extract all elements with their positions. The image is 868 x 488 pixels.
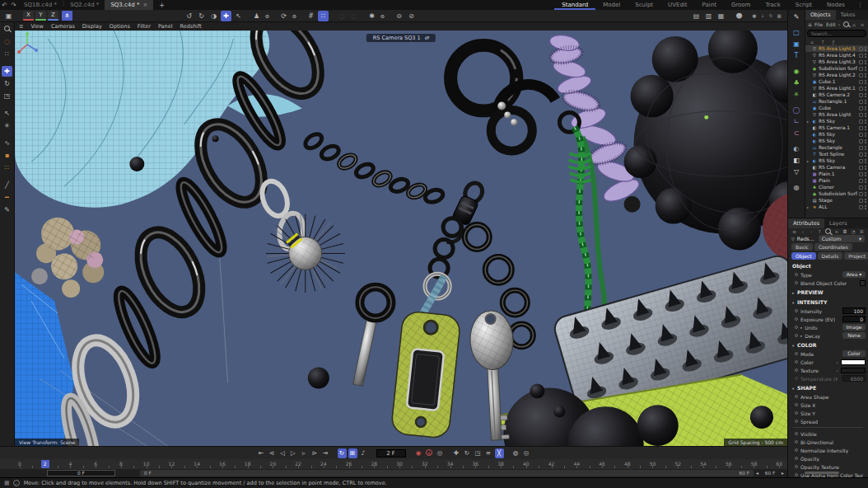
keyframe-dot-icon[interactable] — [795, 273, 798, 276]
object-enable-toggle[interactable] — [859, 60, 863, 64]
keyframe-dot-icon[interactable] — [795, 403, 798, 406]
up-icon[interactable]: ↑ — [817, 228, 823, 235]
stepper-left-icon[interactable]: ◂ — [756, 470, 758, 476]
visibility-dots[interactable] — [865, 126, 866, 130]
lock-icon[interactable]: ◘ — [842, 228, 847, 235]
color-swatch[interactable] — [841, 359, 866, 365]
keyframe-settings-icon[interactable]: ◎ — [436, 448, 445, 458]
object-enable-toggle[interactable] — [859, 120, 863, 124]
visibility-dots[interactable] — [865, 205, 866, 209]
texture-slot[interactable] — [841, 368, 866, 373]
visibility-dots[interactable] — [865, 80, 866, 84]
key-scale-icon[interactable]: ◳ — [474, 448, 483, 458]
visibility-dots[interactable] — [865, 179, 866, 183]
rotate-tool-icon[interactable]: ↻ — [2, 78, 12, 89]
object-menu-icon[interactable]: ≡ — [808, 21, 812, 27]
history-icon[interactable]: ◔ — [851, 228, 856, 235]
keyframe-dot-icon[interactable] — [795, 440, 798, 443]
menu-icon[interactable]: ≡ — [791, 228, 797, 235]
value-button[interactable]: Color — [842, 350, 866, 357]
object-enable-toggle[interactable] — [859, 67, 863, 71]
value-field[interactable]: 0 — [842, 316, 866, 322]
subdivision-surface-icon[interactable]: ◉ — [791, 67, 802, 76]
object-enable-toggle[interactable] — [859, 172, 863, 176]
object-enable-toggle[interactable] — [859, 93, 863, 97]
home-icon[interactable]: ⌂ — [851, 21, 857, 28]
object-enable-toggle[interactable] — [859, 146, 863, 150]
keyframe-dot-icon[interactable] — [795, 360, 798, 364]
keyframe-dot-icon[interactable] — [795, 432, 798, 435]
visibility-dots[interactable] — [865, 93, 866, 97]
object-enable-toggle[interactable] — [859, 87, 863, 91]
environment-icon[interactable]: ◐ — [791, 144, 802, 153]
function-icon[interactable]: ƒ — [830, 39, 837, 45]
object-enable-toggle[interactable] — [859, 106, 863, 110]
expand-icon[interactable]: ▸ — [807, 120, 810, 124]
object-tree-item[interactable]: ◉Subdivision Surface.1 — [805, 65, 868, 72]
value-button[interactable]: Image — [842, 324, 866, 331]
object-enable-toggle[interactable] — [859, 47, 863, 51]
move-tool-icon[interactable]: ✚ — [221, 11, 231, 21]
object-tree-item[interactable]: ▽RS Area Light — [805, 111, 868, 118]
up-icon[interactable]: ↑ — [819, 39, 826, 45]
keyframe-dot-icon[interactable] — [795, 317, 798, 321]
keyframe-dot-icon[interactable] — [795, 281, 798, 284]
visibility-dots[interactable] — [865, 106, 866, 110]
popout-icon[interactable]: ⊞ — [859, 228, 865, 235]
play-icon[interactable]: ▷ — [289, 448, 298, 458]
layout-tab-paint[interactable]: Paint — [695, 0, 724, 10]
axis-gizmo[interactable] — [15, 30, 787, 446]
value-field[interactable]: 100 — [842, 307, 866, 314]
object-enable-toggle[interactable] — [859, 179, 863, 183]
expand-icon[interactable]: ▸ — [800, 326, 802, 330]
keyframe-dot-icon[interactable] — [795, 473, 798, 476]
keyframe-dot-icon[interactable] — [795, 352, 798, 355]
material-icon[interactable]: ◍ — [791, 183, 802, 192]
visibility-dots[interactable] — [865, 185, 866, 190]
visibility-dots[interactable] — [865, 67, 866, 71]
visibility-dots[interactable] — [865, 133, 866, 137]
render-view-icon[interactable]: ▤ — [691, 11, 702, 21]
layout-overflow-icon[interactable]: ⋮ — [852, 0, 868, 10]
cloner-icon[interactable]: ♣ — [791, 78, 802, 87]
attribute-tab-project[interactable]: Project — [844, 252, 868, 260]
visibility-dots[interactable] — [865, 192, 866, 196]
modes-b-icon[interactable]: ◌ — [348, 11, 359, 21]
keyframe-dot-icon[interactable] — [795, 368, 798, 372]
object-tree-item[interactable]: ▤Stage — [805, 197, 868, 204]
visibility-dots[interactable] — [865, 120, 866, 124]
section-header[interactable]: Object — [788, 262, 868, 270]
object-tree-item[interactable]: ▸≡ALL — [805, 204, 868, 210]
animation-palette-icon[interactable]: ⊞ — [348, 448, 357, 458]
keyframe-dot-icon[interactable] — [795, 309, 798, 312]
object-tree-item[interactable]: ◉Subdivision Surface — [805, 190, 868, 197]
object-search-input[interactable] — [807, 30, 866, 37]
download-icon[interactable]: ↓ — [759, 12, 766, 19]
layout-tab-sculpt[interactable]: Sculpt — [628, 0, 660, 10]
render-picture-viewer-icon[interactable]: ▥ — [703, 11, 714, 21]
layout-tab-standard[interactable]: Standard — [554, 0, 595, 10]
object-menu-edit[interactable]: Edit — [826, 21, 836, 27]
object-tree-item[interactable]: ▭Rectangle.1 — [805, 98, 868, 105]
goto-start-icon[interactable]: ⇤ — [257, 448, 266, 458]
object-enable-toggle[interactable] — [859, 152, 863, 157]
object-enable-toggle[interactable] — [859, 73, 863, 77]
layout-tab-groom[interactable]: Groom — [724, 0, 758, 10]
object-tree-item[interactable]: ▦Plain.1 — [805, 171, 868, 177]
autokey-icon[interactable]: A — [425, 448, 434, 458]
value-button[interactable]: None — [842, 332, 866, 339]
object-tree-item[interactable]: ◧RS Camera.2 — [805, 92, 868, 98]
keyframe-selection-icon[interactable]: ◍ — [511, 448, 520, 458]
status-ok-icon[interactable]: ✓ — [13, 480, 20, 486]
object-enable-toggle[interactable] — [859, 205, 863, 209]
new-document-tab-button[interactable]: + — [153, 2, 170, 9]
circle-spline-icon[interactable]: ◯ — [791, 106, 802, 115]
next-key-icon[interactable]: ⊳ — [310, 448, 320, 458]
move-tool-icon[interactable]: ✚ — [2, 66, 12, 77]
object-tree-item[interactable]: ◐RS Sky — [805, 138, 868, 144]
keyframe-dot-icon[interactable] — [795, 395, 798, 398]
line-cut-tool-icon[interactable]: ━ — [2, 192, 12, 203]
object-enable-toggle[interactable] — [859, 139, 863, 143]
section-header[interactable]: ▾INTENSITY — [788, 298, 868, 307]
viewport-menu-display[interactable]: Display — [82, 23, 102, 30]
